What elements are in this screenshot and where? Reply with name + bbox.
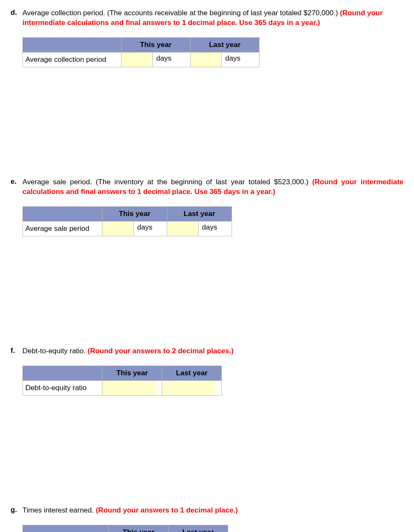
question-d: d. Average collection period. (The accou…: [11, 8, 403, 67]
table-e-row-label: Average sale period: [23, 221, 102, 236]
table-f-header-last: Last year: [162, 366, 222, 380]
table-d-cell-this: days: [121, 52, 190, 67]
table-d-row-label: Average collection period: [23, 52, 121, 67]
question-f-letter: f.: [11, 346, 22, 355]
table-e-cell-last: days: [167, 221, 232, 236]
table-f: This year Last year Debt-to-equity ratio: [22, 366, 222, 396]
question-g-text: Times interest earned. (Round your answe…: [22, 506, 403, 515]
table-d-cell-last: days: [190, 52, 259, 67]
input-e-last-year[interactable]: [167, 222, 199, 236]
table-g-corner: [23, 525, 109, 532]
question-f-instruction: (Round your answers to 2 decimal places.…: [88, 347, 234, 355]
table-d-corner: [23, 37, 121, 52]
question-g-letter: g.: [11, 506, 22, 514]
question-d-text: Average collection period. (The accounts…: [22, 8, 403, 28]
input-f-last-year[interactable]: [162, 381, 216, 395]
table-e-header-last: Last year: [167, 206, 232, 221]
question-e-letter: e.: [11, 177, 22, 186]
question-d-letter: d.: [11, 8, 22, 17]
table-e: This year Last year Average sale period …: [22, 206, 232, 236]
table-g: This year Last year Times interest earne…: [22, 525, 228, 532]
table-g-header-last: Last year: [168, 525, 228, 532]
input-e-this-year[interactable]: [102, 222, 134, 236]
table-d: This year Last year Average collection p…: [22, 37, 259, 67]
question-e-body: Average sale period. (The inventory at t…: [22, 178, 312, 186]
question-e-text: Average sale period. (The inventory at t…: [22, 177, 403, 197]
unit-d-this: days: [153, 53, 175, 67]
question-f-body: Debt-to-equity ratio.: [22, 347, 88, 355]
question-g-instruction: (Round your answers to 1 decimal place.): [96, 506, 237, 514]
table-e-cell-this: days: [102, 221, 167, 236]
unit-e-this: days: [134, 222, 156, 236]
table-e-corner: [23, 206, 102, 221]
table-f-row-label: Debt-to-equity ratio: [23, 380, 102, 395]
question-f: f. Debt-to-equity ratio. (Round your ans…: [11, 346, 403, 396]
question-d-body: Average collection period. (The accounts…: [22, 9, 340, 17]
table-row: Average collection period days days: [23, 52, 259, 67]
unit-e-last: days: [199, 222, 221, 236]
input-d-last-year[interactable]: [190, 53, 222, 67]
question-e: e. Average sale period. (The inventory a…: [11, 177, 403, 236]
question-f-text: Debt-to-equity ratio. (Round your answer…: [22, 346, 403, 356]
table-d-header-this: This year: [121, 37, 190, 52]
input-f-this-year[interactable]: [102, 381, 157, 395]
table-e-header-this: This year: [102, 206, 167, 221]
table-f-cell-last: [162, 380, 222, 395]
table-d-header-last: Last year: [190, 37, 259, 52]
unit-d-last: days: [222, 53, 244, 67]
question-g-body: Times interest earned.: [22, 506, 96, 514]
table-row: Debt-to-equity ratio: [23, 380, 222, 395]
table-f-corner: [23, 366, 102, 380]
question-g: g. Times interest earned. (Round your an…: [11, 506, 403, 532]
table-f-cell-this: [102, 380, 162, 395]
table-row: Average sale period days days: [23, 221, 232, 236]
input-d-this-year[interactable]: [121, 53, 153, 67]
table-f-header-this: This year: [102, 366, 162, 380]
table-g-header-this: This year: [109, 525, 168, 532]
